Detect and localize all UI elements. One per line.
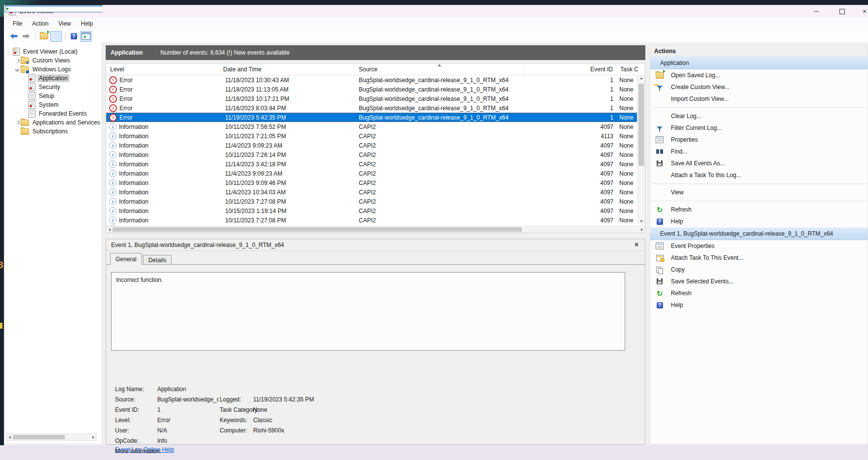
event-row[interactable]: iInformation11/14/2023 3:42:18 PMCAPI240…: [106, 159, 645, 169]
column-header-date-and-time[interactable]: Date and Time: [219, 63, 355, 75]
expander-icon[interactable]: [14, 59, 21, 62]
column-header-source[interactable]: Source: [355, 63, 524, 75]
tree-item-forwarded-events[interactable]: Forwarded Events: [5, 109, 102, 118]
properties-icon: [654, 136, 665, 144]
action-help[interactable]: ?Help: [650, 299, 868, 311]
tree-item-setup[interactable]: Setup: [5, 92, 102, 100]
action-view[interactable]: View: [650, 186, 868, 198]
column-header-event-id[interactable]: Event ID: [524, 63, 616, 75]
tree-item-custom-views[interactable]: Custom Views: [5, 56, 102, 65]
back-button[interactable]: [8, 31, 20, 42]
action-filter-current-log[interactable]: Filter Current Log...: [650, 122, 868, 134]
scroll-up-button[interactable]: [637, 75, 645, 81]
action-attach-a-task-to-this-log[interactable]: Attach a Task To this Log...: [650, 169, 868, 181]
actions-section-header-event-1-bugsplat-worldsedge-cardinal-release-9-1-0-rtm-x64[interactable]: Event 1, BugSplat-worldsedge_cardinal-re…: [650, 227, 868, 240]
event-row[interactable]: !Error11/18/2023 10:30:43 AMBugSplat-wor…: [106, 75, 645, 85]
level-cell: iInformation: [106, 187, 219, 197]
show-console-tree-button[interactable]: [50, 31, 62, 42]
tab-details[interactable]: Details: [143, 255, 172, 265]
event-row[interactable]: !Error11/19/2023 5:42:35 PMBugSplat-worl…: [106, 113, 645, 122]
task-category-cell: None: [616, 122, 638, 131]
help-icon: ?: [654, 217, 665, 225]
expander-icon[interactable]: [14, 121, 21, 124]
list-vertical-scrollbar[interactable]: [637, 75, 645, 224]
event-row[interactable]: !Error11/16/2023 10:17:21 PMBugSplat-wor…: [106, 94, 645, 103]
tree-horizontal-scrollbar[interactable]: [6, 433, 97, 441]
event-row[interactable]: iInformation10/11/2023 7:27:08 PMCAPI240…: [106, 197, 645, 206]
scroll-left-button[interactable]: [106, 226, 113, 233]
action-label: Event Properties: [671, 243, 715, 249]
menu-help[interactable]: Help: [76, 19, 98, 29]
event-row[interactable]: !Error11/18/2023 11:13:05 AMBugSplat-wor…: [106, 85, 645, 94]
menu-view[interactable]: View: [54, 19, 76, 29]
action-help[interactable]: ?Help: [650, 215, 868, 227]
action-open-saved-log[interactable]: Open Saved Log...: [650, 69, 868, 81]
export-button[interactable]: [38, 31, 50, 42]
column-header-task-c[interactable]: Task C: [616, 63, 638, 75]
event-description-box[interactable]: Incorrect function.: [111, 272, 625, 351]
scrollbar-thumb[interactable]: [113, 227, 522, 232]
list-horizontal-scrollbar[interactable]: [106, 226, 645, 233]
scroll-right-button[interactable]: [90, 434, 96, 440]
action-refresh[interactable]: ↻Refresh: [650, 204, 868, 215]
tree-item-application[interactable]: Application: [5, 74, 102, 83]
source-cell: CAPI2: [355, 122, 524, 131]
show-action-pane-button[interactable]: [80, 31, 92, 42]
close-button[interactable]: ×: [857, 5, 868, 18]
tree-item-windows-logs[interactable]: Windows Logs: [5, 65, 102, 74]
action-clear-log[interactable]: Clear Log...: [650, 110, 868, 122]
menu-action[interactable]: Action: [27, 19, 53, 29]
tab-general[interactable]: General: [110, 253, 142, 265]
event-row[interactable]: iInformation10/11/2023 7:56:52 PMCAPI240…: [106, 122, 645, 131]
scrollbar-thumb[interactable]: [13, 435, 65, 439]
event-row[interactable]: iInformation10/15/2023 1:19:14 PMCAPI240…: [106, 206, 645, 215]
event-row[interactable]: iInformation10/11/2023 7:26:14 PMCAPI240…: [106, 150, 645, 159]
action-import-custom-view[interactable]: Import Custom View...: [650, 93, 868, 105]
action-save-all-events-as[interactable]: Save All Events As...: [650, 157, 868, 169]
scroll-left-button[interactable]: [6, 434, 13, 440]
maximize-button[interactable]: [831, 5, 853, 18]
log-plain-icon: [29, 92, 35, 100]
action-event-properties[interactable]: Event Properties: [650, 240, 868, 252]
event-row[interactable]: iInformation11/4/2023 9:09:23 AMCAPI2409…: [106, 169, 645, 178]
scroll-down-button[interactable]: [637, 218, 645, 224]
event-row[interactable]: iInformation10/11/2023 9:09:46 PMCAPI240…: [106, 178, 645, 187]
column-header-level[interactable]: Level: [106, 63, 219, 75]
action-properties[interactable]: Properties: [650, 134, 868, 146]
scrollbar-thumb[interactable]: [638, 84, 644, 166]
event-row[interactable]: iInformation11/4/2023 9:09:23 AMCAPI2409…: [106, 141, 645, 150]
expander-icon[interactable]: [14, 68, 21, 71]
menu-bar: FileActionViewHelp: [4, 18, 868, 30]
source-cell: CAPI2: [355, 141, 524, 150]
level-cell: !Error: [106, 85, 219, 94]
tree-item-system[interactable]: System: [5, 100, 102, 109]
event-row[interactable]: iInformation10/11/2023 7:21:05 PMCAPI241…: [106, 131, 645, 141]
refresh-icon: ↻: [654, 289, 665, 297]
tree-item-label: Security: [37, 83, 61, 91]
action-create-custom-view[interactable]: Create Custom View...: [650, 81, 868, 93]
chevron-down-icon: [15, 67, 19, 71]
action-copy[interactable]: Copy: [650, 264, 868, 276]
detail-close-button[interactable]: ×: [632, 240, 641, 249]
help-button[interactable]: ?: [68, 31, 80, 42]
action-save-selected-events[interactable]: Save Selected Events...: [650, 276, 868, 287]
event-row[interactable]: iInformation10/11/2023 7:27:08 PMCAPI240…: [106, 215, 645, 225]
tree-item-applications-and-services-lo[interactable]: Applications and Services Lo: [5, 118, 102, 127]
action-label: Refresh: [671, 290, 692, 297]
tree-item-security[interactable]: Security: [5, 83, 102, 92]
scroll-right-button[interactable]: [638, 226, 645, 233]
tree-item-subscriptions[interactable]: Subscriptions: [5, 127, 102, 136]
properties-icon: [654, 242, 665, 250]
save-icon: [654, 277, 665, 285]
minimize-button[interactable]: [805, 5, 827, 18]
event-row[interactable]: !Error11/16/2023 8:03:44 PMBugSplat-worl…: [106, 103, 645, 113]
menu-file[interactable]: File: [8, 19, 27, 29]
event-row[interactable]: iInformation11/4/2023 10:34:03 AMCAPI240…: [106, 187, 645, 197]
action-refresh[interactable]: ↻Refresh: [650, 287, 868, 299]
actions-section-header-application[interactable]: Application: [650, 57, 868, 69]
action-find[interactable]: Find...: [650, 146, 868, 157]
forward-button[interactable]: [20, 31, 32, 42]
datetime-cell: 10/11/2023 7:21:05 PM: [219, 131, 355, 141]
action-attach-task-to-this-event[interactable]: Attach Task To This Event...: [650, 252, 868, 264]
tree-item-event-viewer-local[interactable]: Event Viewer (Local): [5, 47, 102, 56]
